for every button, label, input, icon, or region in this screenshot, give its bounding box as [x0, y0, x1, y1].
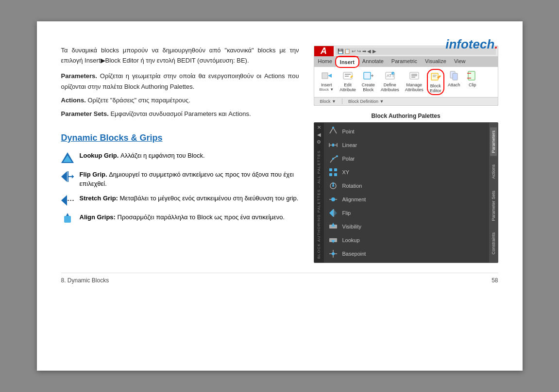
intro-paragraph: Τα δυναμικά blocks μπορούν να δημιουργηθ… — [61, 46, 299, 66]
align-grip-icon — [61, 213, 75, 227]
palettes-left-bar: ✕ ◀ ⚙ BLOCK AUTHORING PALETTES – ALL PAL… — [314, 123, 324, 262]
insert-icon — [321, 70, 332, 82]
attach-icon — [448, 70, 460, 82]
tab-parametric[interactable]: Parametric — [388, 56, 421, 67]
icon-create-block[interactable]: CreateBlock — [359, 69, 377, 93]
svg-point-67 — [332, 252, 335, 255]
rotation-icon — [328, 180, 339, 191]
tab-parameter-sets[interactable]: Parameter Sets — [490, 188, 497, 224]
icon-edit-attribute[interactable]: EditAttribute — [337, 69, 358, 93]
svg-point-38 — [332, 127, 334, 129]
palette-alignment: Alignment — [324, 193, 489, 206]
tab-home[interactable]: Home — [314, 56, 336, 67]
stretch-grip-item: Stretch Grip: Μεταβάλει το μέγεθος ενός … — [61, 194, 299, 208]
palette-linear: Linear — [324, 138, 489, 152]
actions-label: Actions. — [61, 97, 86, 104]
grip-list: Lookup Grip. Αλλάζει η εμφάνιση του Bloc… — [61, 151, 299, 227]
manage-attributes-icon — [408, 70, 420, 82]
stretch-grip-icon — [61, 194, 75, 208]
palettes-panel: ✕ ◀ ⚙ BLOCK AUTHORING PALETTES – ALL PAL… — [314, 122, 498, 263]
icon-clip[interactable]: Clip — [464, 69, 481, 88]
svg-point-53 — [332, 185, 334, 187]
edit-attribute-icon — [342, 70, 354, 82]
xy-label: XY — [342, 169, 350, 175]
polar-icon — [328, 153, 339, 164]
lookup-palette-icon — [328, 235, 339, 245]
svg-rect-33 — [468, 71, 475, 80]
palette-point: Point — [324, 125, 489, 138]
toolbar-icons: 💾 📋 ↩ ↪ ➡ ◀ ▶ — [338, 49, 377, 54]
parameters-label: Parameters. — [61, 72, 97, 80]
palette-rotation: Rotation — [324, 179, 489, 193]
tab-constraints[interactable]: Constraints — [490, 229, 497, 258]
block-definition-label-group: Block Definition ▼ — [342, 98, 390, 104]
tab-annotate[interactable]: Annotate — [358, 56, 388, 67]
tab-actions[interactable]: Actions — [490, 162, 497, 182]
visibility-palette-icon — [328, 221, 339, 232]
paramsets-text: Εμφανίζονται συνδυασμοί Parameters και A… — [109, 110, 251, 117]
tab-insert[interactable]: Insert — [336, 56, 358, 67]
align-grip-desc: Προσαρμόζει παράλληλα το Block ως προς έ… — [116, 213, 285, 221]
align-grip-text: Align Grips: Προσαρμόζει παράλληλα το Bl… — [80, 212, 285, 222]
palette-pin-icon[interactable]: ◀ — [317, 132, 321, 137]
tab-view[interactable]: View — [450, 56, 470, 67]
ribbon-labels-row: Block ▼ Block Definition ▼ — [314, 97, 498, 105]
icon-insert[interactable]: Insert Block ▼ — [317, 69, 337, 93]
flip-label: Flip — [342, 210, 351, 216]
linear-icon — [328, 140, 339, 150]
tab-visualize[interactable]: Visualize — [421, 56, 450, 67]
svg-rect-49 — [329, 173, 332, 176]
clip-icon — [467, 70, 478, 82]
parameters-text: Ορίζεται η γεωμετρία στην οποία θα ενεργ… — [61, 72, 299, 90]
palette-flip: Flip — [324, 206, 489, 220]
svg-marker-11 — [328, 74, 332, 78]
footer-chapter: 8. Dynamic Blocks — [61, 277, 109, 284]
alignment-label: Alignment — [342, 196, 366, 202]
palette-gear-icon[interactable]: ⚙ — [317, 139, 321, 145]
lookup-label: Lookup — [342, 237, 360, 243]
xy-icon — [328, 167, 339, 178]
svg-rect-16 — [364, 72, 371, 79]
right-column: A 💾 📋 ↩ ↪ ➡ ◀ ▶ Home Insert A — [314, 46, 498, 263]
palette-xy: XY — [324, 165, 489, 179]
parameters-block: Parameters. Ορίζεται η γεωμετρία στην οπ… — [61, 71, 299, 92]
stretch-grip-text: Stretch Grip: Μεταβάλει το μέγεθος ενός … — [80, 194, 299, 203]
manage-attributes-label: ManageAttributes — [405, 82, 423, 92]
point-icon — [328, 126, 339, 137]
svg-line-37 — [333, 128, 337, 133]
flip-grip-text: Flip Grip. Δημιουργεί το συμμετρικό αντι… — [80, 170, 299, 189]
flip-grip-desc: Δημιουργεί το συμμετρικό αντικείμενο ως … — [80, 171, 294, 188]
footer-page: 58 — [491, 277, 498, 284]
tab-parameters[interactable]: Parameters — [490, 128, 497, 156]
icon-define-attributes[interactable]: ATT ✓ DefineAttributes — [378, 69, 402, 93]
insert-label: Insert — [321, 82, 332, 87]
autocad-logo: A — [314, 46, 334, 56]
icon-attach[interactable]: Attach — [445, 69, 463, 88]
define-attributes-label: DefineAttributes — [381, 82, 399, 92]
flip-grip-item: Flip Grip. Δημιουργεί το συμμετρικό αντι… — [61, 170, 299, 189]
palette-lookup: Lookup — [324, 233, 489, 247]
lookup-grip-item: Lookup Grip. Αλλάζει η εμφάνιση του Bloc… — [61, 151, 299, 165]
page-footer: 8. Dynamic Blocks 58 — [61, 273, 498, 284]
lookup-grip-label: Lookup Grip. — [80, 152, 119, 159]
stretch-grip-desc: Μεταβάλει το μέγεθος ενός αντικειμένου σ… — [118, 195, 299, 202]
autocad-screenshot: A 💾 📋 ↩ ↪ ➡ ◀ ▶ Home Insert A — [314, 46, 498, 106]
icon-manage-attributes[interactable]: ManageAttributes — [403, 69, 426, 93]
svg-marker-6 — [61, 195, 67, 206]
define-attributes-icon: ATT ✓ — [384, 70, 396, 82]
flip-grip-icon — [61, 170, 75, 184]
svg-marker-9 — [66, 213, 69, 216]
block-editor-icon — [430, 71, 441, 82]
icon-block-editor[interactable]: BlockEditor — [427, 69, 444, 95]
page: infotech. Τα δυναμικά blocks μπορούν να … — [37, 21, 523, 371]
align-grip-item: Align Grips: Προσαρμόζει παράλληλα το Bl… — [61, 212, 299, 227]
palette-close-icon[interactable]: ✕ — [317, 125, 321, 130]
logo-dot: . — [494, 37, 498, 51]
attach-label: Attach — [448, 82, 460, 87]
lookup-grip-icon — [61, 151, 75, 165]
polar-label: Polar — [342, 156, 355, 162]
rotation-label: Rotation — [342, 183, 362, 189]
palette-polar: Polar — [324, 152, 489, 165]
point-label: Point — [342, 129, 355, 134]
left-column: Τα δυναμικά blocks μπορούν να δημιουργηθ… — [61, 46, 299, 263]
